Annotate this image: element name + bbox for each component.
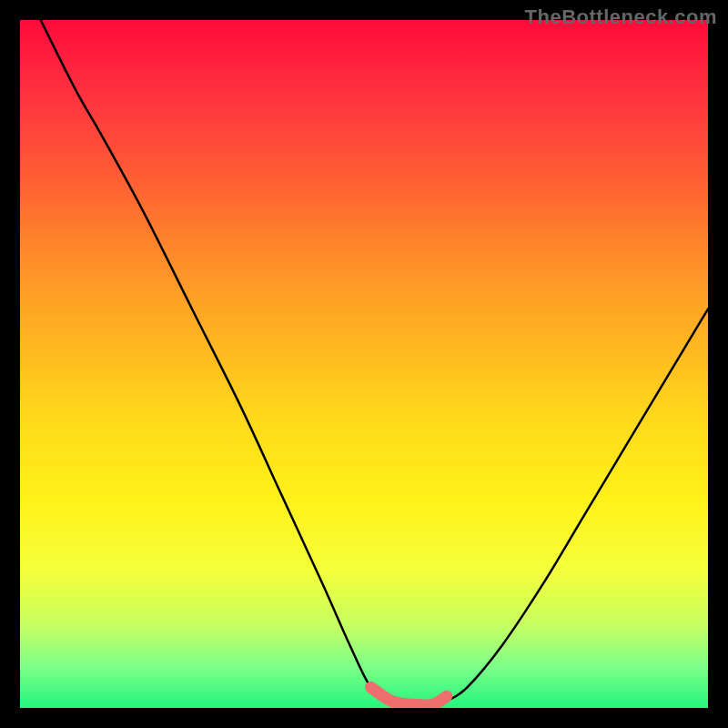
chart-frame: TheBottleneck.com: [0, 0, 728, 728]
bottleneck-curve-path: [41, 20, 708, 705]
chart-svg: [20, 20, 708, 708]
watermark-text: TheBottleneck.com: [525, 5, 717, 29]
ideal-range-path: [371, 687, 447, 705]
